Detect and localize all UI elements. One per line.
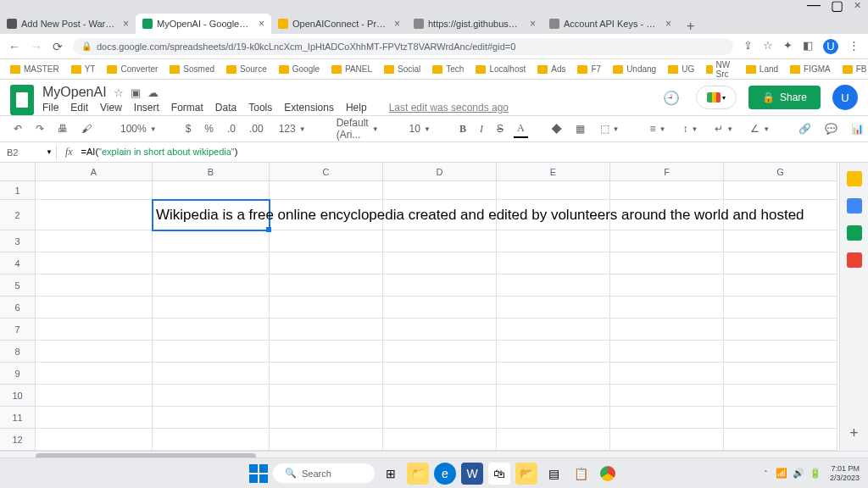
cell[interactable]: [724, 319, 837, 341]
percent-btn[interactable]: %: [201, 121, 217, 136]
cell[interactable]: [153, 297, 270, 319]
back-btn[interactable]: ←: [8, 40, 20, 53]
row-header[interactable]: 4: [0, 252, 36, 274]
cell[interactable]: [610, 385, 724, 407]
tab-close-icon[interactable]: ×: [530, 18, 536, 30]
cell[interactable]: [36, 363, 153, 385]
number-format-select[interactable]: 123▼: [274, 121, 311, 136]
cell[interactable]: [497, 274, 610, 297]
cell[interactable]: [497, 407, 610, 429]
font-select[interactable]: Default (Ari...▼: [331, 115, 384, 142]
fill-color-btn[interactable]: [548, 122, 565, 136]
star-doc-icon[interactable]: ☆: [114, 86, 124, 99]
row-header[interactable]: 6: [0, 297, 36, 319]
bold-btn[interactable]: B: [456, 121, 470, 137]
explorer-icon[interactable]: 📁: [407, 463, 429, 485]
cell[interactable]: [610, 297, 724, 319]
cell[interactable]: [36, 407, 153, 429]
spreadsheet-grid[interactable]: ABCDEFG12Wikipedia is a free online ency…: [0, 163, 839, 451]
name-box-dd[interactable]: ▼: [42, 147, 56, 158]
menu-item[interactable]: Data: [215, 102, 236, 114]
side-panel-app-icon[interactable]: [847, 198, 862, 214]
bookmark-item[interactable]: Undang: [613, 64, 656, 74]
cell[interactable]: [724, 429, 837, 451]
column-header[interactable]: B: [153, 163, 270, 181]
cell[interactable]: [724, 297, 837, 319]
kebab-icon[interactable]: ⋮: [849, 39, 860, 54]
share-button[interactable]: 🔒Share: [748, 86, 821, 109]
cell[interactable]: [270, 407, 383, 429]
cell[interactable]: [497, 385, 610, 407]
cell[interactable]: [153, 407, 270, 429]
word-icon[interactable]: W: [461, 463, 483, 485]
row-header[interactable]: 5: [0, 274, 36, 297]
bookmark-item[interactable]: Localhost: [476, 64, 526, 74]
bookmark-item[interactable]: NW Src: [706, 60, 734, 79]
bookmark-item[interactable]: PANEL: [331, 64, 372, 74]
clock[interactable]: 7:01 PM2/3/2023: [830, 464, 860, 483]
h-align-btn[interactable]: ≡▼: [645, 121, 671, 136]
cell[interactable]: [153, 319, 270, 341]
select-all-corner[interactable]: [0, 163, 36, 181]
row-header[interactable]: 12: [0, 429, 36, 451]
strike-btn[interactable]: S: [493, 121, 507, 136]
files-icon[interactable]: 📂: [515, 463, 537, 485]
extensions-icon[interactable]: ✦: [783, 39, 793, 54]
rotate-btn[interactable]: ∠▼: [745, 121, 775, 136]
wrap-btn[interactable]: ↵▼: [709, 121, 738, 136]
tab-close-icon[interactable]: ×: [259, 18, 264, 30]
bookmark-item[interactable]: MASTER: [10, 64, 59, 74]
row-header[interactable]: 11: [0, 407, 36, 429]
row-header[interactable]: 2: [0, 200, 36, 230]
paint-format-btn[interactable]: 🖌: [78, 121, 95, 136]
menu-item[interactable]: Format: [171, 102, 203, 114]
cell[interactable]: [724, 363, 837, 385]
cell[interactable]: [36, 252, 153, 274]
cell[interactable]: [610, 363, 724, 385]
cell[interactable]: [383, 297, 497, 319]
cell[interactable]: [36, 341, 153, 363]
cell[interactable]: [153, 230, 270, 252]
browser-tab[interactable]: Account API Keys - OpenAI API×: [542, 14, 678, 34]
account-avatar[interactable]: U: [832, 85, 858, 110]
cell[interactable]: [610, 230, 724, 252]
cell[interactable]: [724, 341, 837, 363]
cell[interactable]: [383, 252, 497, 274]
app-icon[interactable]: ▤: [542, 463, 565, 485]
forward-btn[interactable]: →: [31, 40, 42, 53]
cell[interactable]: Wikipedia is a free online encyclopedia …: [153, 200, 270, 230]
v-align-btn[interactable]: ↕▼: [677, 121, 703, 136]
menu-item[interactable]: Edit: [70, 102, 88, 114]
formula-input[interactable]: =AI("explain in short about wikipedia"): [81, 147, 238, 158]
cell[interactable]: [36, 429, 153, 451]
cell[interactable]: [383, 319, 497, 341]
cell[interactable]: [270, 341, 383, 363]
font-size-select[interactable]: 10▼: [404, 121, 436, 136]
name-box[interactable]: B2: [0, 147, 42, 158]
column-header[interactable]: E: [497, 163, 610, 181]
menu-item[interactable]: File: [42, 102, 58, 114]
side-panel-app-icon[interactable]: [847, 252, 862, 268]
store-icon[interactable]: 🛍: [488, 463, 510, 485]
bookmark-item[interactable]: Tech: [432, 64, 464, 74]
cell[interactable]: [153, 341, 270, 363]
chart-btn[interactable]: 📊: [848, 121, 867, 136]
bookmark-item[interactable]: Land: [746, 64, 778, 74]
cell[interactable]: [270, 252, 383, 274]
browser-tab[interactable]: MyOpenAI - Google Sheets×: [136, 14, 271, 34]
undo-btn[interactable]: ↶: [10, 121, 25, 136]
task-view-icon[interactable]: ⊞: [380, 463, 402, 485]
cell[interactable]: [610, 252, 724, 274]
close-btn[interactable]: ✕: [854, 0, 861, 11]
side-panel-app-icon[interactable]: [847, 225, 862, 241]
cell[interactable]: [724, 252, 837, 274]
meet-button[interactable]: ▾: [696, 86, 737, 109]
browser-tab[interactable]: OpenAIConnect - Project Editor×: [271, 14, 407, 34]
side-panel-add[interactable]: +: [849, 424, 859, 442]
cell[interactable]: [724, 385, 837, 407]
cell[interactable]: [270, 429, 383, 451]
column-header[interactable]: C: [270, 163, 383, 181]
cell[interactable]: [270, 181, 383, 200]
tab-close-icon[interactable]: ×: [394, 18, 400, 30]
url-field[interactable]: 🔒 docs.google.com/spreadsheets/d/19-k0kc…: [73, 38, 733, 55]
